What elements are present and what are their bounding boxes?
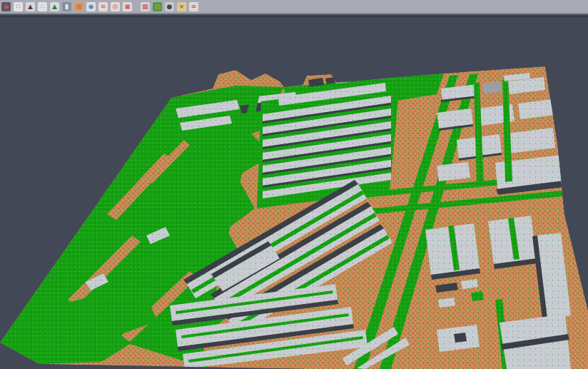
selection-bounds-icon[interactable]: ▣ (123, 2, 132, 11)
target-circle-icon[interactable]: ◎ (111, 2, 120, 11)
toolbar: ◆∷▲∴▲▮▦◉≡◎▣▩▤●×≡ (0, 0, 588, 14)
ground-grid-icon[interactable]: ▦ (74, 2, 83, 11)
align-points-icon[interactable]: ∷ (14, 2, 23, 11)
column-filter-icon[interactable]: ▮ (62, 2, 71, 11)
toolbar-shadow-line (0, 16, 588, 17)
classification-palette-icon[interactable]: ▤ (153, 2, 162, 11)
mountain-icon[interactable]: ▲ (26, 2, 35, 11)
grid-cells-icon[interactable]: ▩ (141, 2, 150, 11)
globe-icon[interactable]: ◉ (86, 2, 96, 11)
import-cloud-icon[interactable]: ◆ (1, 2, 11, 11)
clear-markers-icon[interactable]: × (177, 2, 186, 11)
3d-viewport[interactable] (0, 0, 588, 369)
application-window: { "toolbar": { "background": "#a9abb4", … (0, 0, 588, 369)
measure-list-icon[interactable]: ≡ (189, 2, 198, 11)
attribute-table-icon[interactable]: ≡ (98, 2, 108, 11)
camera-icon[interactable]: ● (165, 2, 174, 11)
terrain-icon[interactable]: ▲ (50, 2, 59, 11)
scatter-points-icon[interactable]: ∴ (38, 2, 47, 11)
